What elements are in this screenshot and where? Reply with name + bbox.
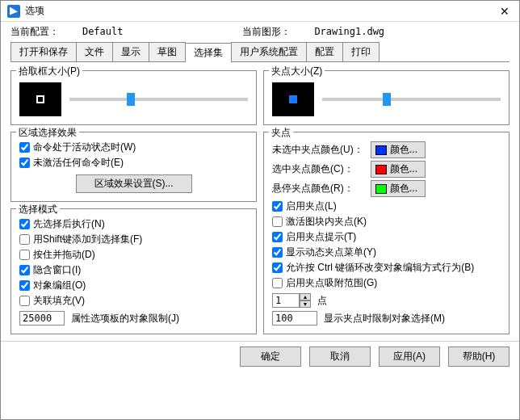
pickbox-size-title: 拾取框大小(P) (16, 65, 82, 78)
enable-block-grips[interactable]: 激活图块内夹点(K) (272, 215, 501, 229)
region-select-group: 区域选择效果 命令处于活动状态时(W) 未激活任何命令时(E) 区域效果设置(S… (10, 132, 257, 202)
tab-selection[interactable]: 选择集 (185, 43, 232, 62)
show-dynamic-grip-menu[interactable]: 显示动态夹点菜单(Y) (272, 246, 501, 259)
grip-size-slider[interactable] (322, 98, 501, 101)
tab-bar: 打开和保存 文件 显示 草图 选择集 用户系统配置 配置 打印 (10, 42, 510, 62)
mode-assoc-hatch[interactable]: 关联填充(V) (19, 294, 248, 308)
spin-down-icon[interactable]: ▼ (300, 300, 311, 308)
enable-grip-tips[interactable]: 启用夹点提示(T) (272, 230, 501, 244)
close-icon[interactable]: ✕ (497, 5, 513, 18)
enable-grip-snap-range[interactable]: 启用夹点吸附范围(G) (272, 276, 501, 290)
color-swatch-icon (375, 145, 387, 155)
apply-button[interactable]: 应用(A) (379, 346, 440, 367)
grip-limit-label: 显示夹点时限制对象选择(M) (324, 312, 445, 326)
grip-hover-label: 悬停夹点颜色(R)： (272, 182, 366, 195)
cancel-button[interactable]: 取消 (309, 346, 371, 367)
color-swatch-icon (375, 184, 387, 194)
tab-profiles[interactable]: 配置 (306, 42, 343, 61)
pickbox-size-group: 拾取框大小(P) (10, 70, 257, 125)
region-select-title: 区域选择效果 (16, 126, 79, 140)
tab-user-prefs[interactable]: 用户系统配置 (231, 42, 307, 61)
grip-selected-color-button[interactable]: 颜色... (371, 161, 426, 178)
tab-files[interactable]: 文件 (76, 42, 113, 61)
ok-button[interactable]: 确定 (240, 346, 301, 367)
window-title: 选项 (25, 4, 44, 18)
enable-grips[interactable]: 启用夹点(L) (272, 200, 501, 213)
mode-press-drag[interactable]: 按住并拖动(D) (19, 248, 248, 262)
grip-size-group: 夹点大小(Z) (263, 70, 510, 125)
region-settings-button[interactable]: 区域效果设置(S)... (76, 174, 192, 193)
grip-hover-color-button[interactable]: 颜色... (371, 180, 426, 197)
region-no-cmd[interactable]: 未激活任何命令时(E) (19, 156, 248, 170)
mode-shift-add[interactable]: 用Shift键添加到选择集(F) (19, 233, 248, 246)
grip-unselected-label: 未选中夹点颜色(U)： (272, 143, 366, 157)
tab-plot[interactable]: 打印 (342, 42, 380, 61)
grips-title: 夹点 (269, 126, 293, 140)
tab-open-save[interactable]: 打开和保存 (10, 42, 77, 61)
pickbox-size-slider[interactable] (69, 98, 248, 101)
current-config-value: Default (82, 26, 124, 37)
prop-palette-limit-input[interactable] (19, 311, 65, 326)
current-drawing-value: Drawing1.dwg (314, 26, 384, 37)
prop-palette-limit-label: 属性选项板的对象限制(J) (71, 312, 179, 326)
current-drawing-label: 当前图形： (242, 26, 291, 37)
allow-ctrl-cycle[interactable]: 允许按 Ctrl 键循环改变对象编辑方式行为(B) (272, 261, 501, 275)
mode-noun-verb[interactable]: 先选择后执行(N) (19, 217, 248, 231)
grip-unselected-color-button[interactable]: 颜色... (371, 141, 426, 158)
grip-point-input[interactable] (272, 293, 300, 308)
grip-limit-input[interactable] (272, 311, 317, 326)
region-active-cmd[interactable]: 命令处于活动状态时(W) (19, 141, 248, 154)
grip-point-unit: 点 (317, 294, 327, 308)
selection-mode-title: 选择模式 (16, 203, 60, 216)
selection-mode-group: 选择模式 先选择后执行(N) 用Shift键添加到选择集(F) 按住并拖动(D)… (10, 208, 257, 334)
grip-size-title: 夹点大小(Z) (269, 65, 325, 78)
tab-drafting[interactable]: 草图 (149, 42, 186, 61)
color-swatch-icon (375, 165, 387, 174)
app-icon (7, 5, 20, 18)
mode-implied-window[interactable]: 隐含窗口(I) (19, 263, 248, 277)
grips-group: 夹点 未选中夹点颜色(U)： 颜色... 选中夹点颜色(C)： 颜色... 悬停… (263, 132, 510, 334)
help-button[interactable]: 帮助(H) (448, 346, 510, 367)
current-config-label: 当前配置： (10, 26, 59, 37)
mode-object-group[interactable]: 对象编组(O) (19, 279, 248, 292)
grip-selected-label: 选中夹点颜色(C)： (272, 162, 366, 176)
grip-preview (272, 82, 314, 116)
tab-display[interactable]: 显示 (112, 42, 149, 61)
spin-up-icon[interactable]: ▲ (300, 293, 311, 300)
pickbox-preview (19, 82, 61, 116)
